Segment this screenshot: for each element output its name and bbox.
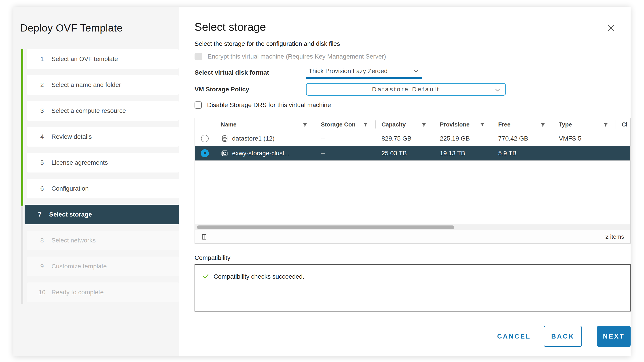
step-number: 1 [36,55,48,62]
main-panel: Select storage Select the storage for th… [179,7,630,357]
step-number: 10 [36,289,48,296]
storage-cluster-icon [221,149,228,157]
step-review-details[interactable]: 4 Review details [27,127,179,147]
row-free: 5.9 TB [492,150,553,157]
page-subtitle: Select the storage for the configuration… [194,40,630,47]
step-configuration[interactable]: 6 Configuration [27,179,179,198]
disable-drs-label: Disable Storage DRS for this virtual mac… [207,101,331,109]
storage-policy-value: Datastore Default [306,86,505,93]
compatibility-box: Compatibility checks succeeded. [194,264,630,312]
header-type[interactable]: Type [553,118,616,131]
back-button[interactable]: BACK [544,326,582,347]
radio-unselected-icon [201,135,209,142]
scrollbar-thumb[interactable] [197,225,454,229]
encrypt-vm-checkbox [194,53,202,60]
header-free[interactable]: Free [492,118,553,131]
step-select-compute-resource[interactable]: 3 Select a compute resource [27,101,179,121]
filter-icon[interactable] [480,122,485,129]
row-name-cell: exwy-storage-clust... [215,148,315,159]
header-capacity[interactable]: Capacity [376,118,434,131]
disk-format-label: Select virtual disk format [194,69,306,76]
chevron-down-icon [494,87,501,93]
filter-icon[interactable] [421,122,427,129]
wizard-sidebar: Deploy OVF Template 1 Select an OVF temp… [14,7,179,357]
disable-drs-row: Disable Storage DRS for this virtual mac… [194,101,630,109]
table-footer: 2 items [195,230,630,243]
encrypt-vm-row: Encrypt this virtual machine (Requires K… [194,53,630,60]
page-title: Select storage [194,20,630,33]
row-free: 770.42 GB [492,135,553,142]
column-manager-icon[interactable] [201,234,207,240]
table-row-storage-cluster-selected[interactable]: exwy-storage-clust... -- 25.03 TB 19.13 … [195,146,630,161]
filter-icon[interactable] [363,122,368,129]
wizard-title: Deploy OVF Template [20,22,123,34]
storage-policy-select[interactable]: Datastore Default [306,83,506,96]
compatibility-message: Compatibility checks succeeded. [214,273,304,280]
header-label: Provisione [440,121,470,128]
step-number: 7 [34,211,46,218]
success-check-icon [202,272,210,281]
table-header: Name Storage Con Capacity [195,118,630,131]
filter-icon[interactable] [603,122,609,129]
step-label: Ready to complete [52,289,104,296]
header-label: Capacity [382,121,406,128]
wizard-steps: 1 Select an OVF template 2 Select a name… [21,49,179,308]
close-icon[interactable] [606,23,616,33]
step-label: Configuration [52,185,89,192]
row-radio[interactable] [195,135,215,142]
header-cluster[interactable]: Cl [616,118,630,131]
step-label: License agreements [52,159,108,166]
step-label: Select a name and folder [52,81,121,88]
filter-icon[interactable] [540,122,546,129]
cancel-button[interactable]: CANCEL [497,333,531,340]
datastore-table: Name Storage Con Capacity [194,118,630,244]
row-name-cell: datastore1 (12) [215,133,315,144]
row-capacity: 25.03 TB [376,150,434,157]
step-license-agreements[interactable]: 5 License agreements [27,153,179,173]
header-label: Storage Con [321,121,356,128]
row-provisioned: 19.13 TB [434,150,492,157]
disable-drs-checkbox[interactable] [194,101,202,109]
row-radio[interactable] [195,149,215,157]
step-number: 6 [36,185,48,192]
disk-format-row: Select virtual disk format Thick Provisi… [194,67,630,79]
header-label: Free [498,121,510,128]
horizontal-scrollbar[interactable] [195,224,630,230]
table-body: datastore1 (12) -- 829.75 GB 225.19 GB 7… [195,131,630,224]
step-number: 8 [36,237,48,244]
header-storage-compatibility[interactable]: Storage Con [315,118,376,131]
dialog-footer: CANCEL BACK NEXT [194,326,630,347]
storage-policy-row: VM Storage Policy Datastore Default [194,83,630,96]
filter-icon[interactable] [302,122,308,129]
datastore-icon [221,135,228,142]
next-button[interactable]: NEXT [597,326,630,347]
disk-format-select[interactable]: Thick Provision Lazy Zeroed [306,67,422,79]
chevron-down-icon [413,68,419,74]
disk-format-value: Thick Provision Lazy Zeroed [308,67,388,75]
progress-rail-completed [21,49,23,206]
table-row-datastore1[interactable]: datastore1 (12) -- 829.75 GB 225.19 GB 7… [195,131,630,146]
step-select-networks: 8 Select networks [27,231,179,250]
header-label: Name [221,121,236,128]
step-select-name-folder[interactable]: 2 Select a name and folder [27,75,179,95]
deploy-ovf-dialog: Deploy OVF Template 1 Select an OVF temp… [14,7,630,357]
step-number: 9 [36,263,48,270]
step-label: Select storage [49,211,92,218]
step-label: Select networks [52,237,96,244]
header-name[interactable]: Name [215,118,315,131]
radio-selected-icon [201,149,209,157]
header-radio-column [195,118,215,131]
step-ready-to-complete: 10 Ready to complete [27,283,179,302]
row-name: exwy-storage-clust... [232,150,290,157]
row-provisioned: 225.19 GB [434,135,492,142]
compatibility-row: Compatibility checks succeeded. [202,272,623,281]
step-label: Review details [52,133,92,140]
encrypt-vm-label: Encrypt this virtual machine (Requires K… [208,53,386,60]
row-type: VMFS 5 [553,135,616,142]
step-number: 4 [36,133,48,140]
step-label: Customize template [52,263,107,270]
header-provisioned[interactable]: Provisione [434,118,492,131]
step-select-ovf-template[interactable]: 1 Select an OVF template [27,49,179,69]
compatibility-label: Compatibility [194,254,630,261]
step-select-storage-active[interactable]: 7 Select storage [24,205,179,224]
